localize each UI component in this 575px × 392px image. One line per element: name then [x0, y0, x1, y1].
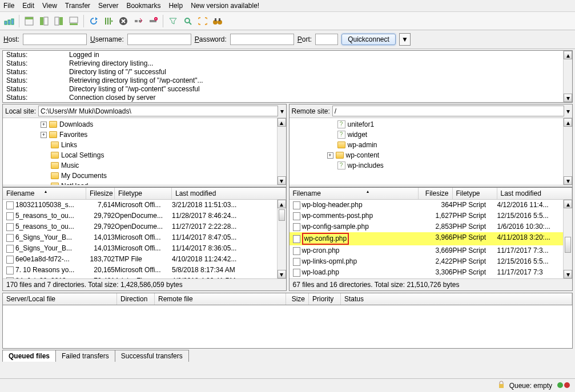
disconnect-icon[interactable] — [131, 14, 145, 28]
remote-tree[interactable]: ?unitefor1?widgetwp-admin+wp-content?wp-… — [289, 118, 573, 185]
username-input[interactable] — [127, 34, 191, 45]
filter-icon[interactable] — [166, 14, 180, 28]
menu-view[interactable]: View — [42, 2, 57, 10]
remote-tree-item[interactable]: ?widget — [292, 130, 570, 140]
tab-queued[interactable]: Queued files — [2, 350, 56, 362]
compare-icon[interactable] — [196, 14, 210, 28]
svg-rect-5 — [40, 17, 43, 25]
file-row[interactable]: 7. 10 Reasons yo...20,165Microsoft Offi.… — [3, 265, 286, 276]
local-path-input[interactable] — [38, 106, 278, 116]
local-list-header[interactable]: Filename▴ Filesize Filetype Last modifie… — [3, 188, 286, 200]
menu-server[interactable]: Server — [98, 2, 118, 10]
message-log[interactable]: Status:Logged inStatus:Retrieving direct… — [2, 50, 573, 103]
log-msg: Directory listing of "/" successful — [69, 68, 166, 76]
file-row[interactable]: 5_reasons_to_ou...29,792OpenDocume...11/… — [3, 211, 286, 221]
transfer-queue[interactable] — [2, 305, 573, 349]
file-row[interactable]: 6_Signs_Your_B...14,013Microsoft Offi...… — [3, 243, 286, 254]
local-panel: Local site: ▾ +Downloads+FavoritesLinksL… — [2, 104, 287, 187]
remote-tree-item[interactable]: ?wp-includes — [292, 160, 570, 171]
file-row[interactable]: 6_Signs_Your_B...14,013Microsoft Offi...… — [3, 232, 286, 243]
file-row[interactable]: wp-comments-post.php1,627PHP Script12/15… — [289, 211, 573, 221]
local-tree[interactable]: +Downloads+FavoritesLinksLocal SettingsM… — [3, 118, 286, 185]
svg-rect-7 — [55, 17, 59, 25]
toggle-log-icon[interactable] — [22, 14, 36, 28]
svg-point-16 — [185, 18, 190, 23]
file-row[interactable]: wp-cron.php3,669PHP Script11/17/2017 7:3… — [289, 245, 573, 256]
menu-file[interactable]: File — [3, 2, 14, 10]
remote-tree-item[interactable]: wp-admin — [292, 140, 570, 150]
port-input[interactable] — [315, 34, 338, 45]
site-manager-icon[interactable] — [2, 14, 16, 28]
toggle-queue-icon[interactable] — [67, 14, 81, 28]
remote-tree-item[interactable]: +wp-content — [292, 150, 570, 160]
folder-icon — [49, 121, 57, 128]
folder-icon — [51, 183, 59, 185]
local-tree-item[interactable]: My Documents — [5, 171, 284, 181]
log-key: Status: — [6, 59, 46, 68]
reconnect-icon[interactable] — [146, 14, 160, 28]
file-icon — [6, 234, 14, 242]
log-key: Status: — [6, 85, 46, 94]
menu-help[interactable]: Help — [168, 2, 183, 10]
search-icon[interactable] — [181, 14, 195, 28]
local-tree-item[interactable]: +Downloads — [5, 119, 284, 130]
remote-tree-item[interactable]: ?unitefor1 — [292, 119, 570, 130]
log-msg: Directory listing of "/wp-content" succe… — [69, 85, 200, 94]
folder-icon — [51, 172, 59, 179]
menu-new-version[interactable]: New version available! — [191, 2, 259, 10]
process-queue-icon[interactable] — [102, 14, 115, 28]
unknown-icon: ? — [337, 161, 345, 169]
file-row[interactable]: 5_reasons_to_ou...29,792OpenDocume...11/… — [3, 221, 286, 232]
col-filename: Filename▴ — [289, 188, 419, 199]
log-key: Status: — [6, 76, 46, 85]
local-tree-scrollbar[interactable]: ▴▾ — [277, 118, 286, 185]
quickconnect-dropdown[interactable]: ▼ — [399, 33, 411, 46]
file-row[interactable]: 6e0e1a8d-fd72-...183,702TMP File4/10/201… — [3, 254, 286, 265]
col-filetype: Filetype — [453, 188, 497, 199]
tab-successful[interactable]: Successful transfers — [115, 350, 189, 362]
toggle-tree-local-icon[interactable] — [37, 14, 51, 28]
log-key: Status: — [6, 94, 46, 102]
log-scrollbar[interactable]: ▴▾ — [563, 51, 572, 102]
host-input[interactable] — [23, 34, 87, 45]
binoculars-icon[interactable] — [211, 14, 224, 28]
quickconnect-button[interactable]: Quickconnect — [341, 34, 396, 45]
file-row[interactable]: wp-load.php3,306PHP Script11/17/2017 7:3 — [289, 267, 573, 278]
local-path-dropdown[interactable]: ▾ — [280, 107, 284, 115]
col-filesize: Filesize — [419, 188, 453, 199]
col-modified: Last modified — [497, 188, 573, 199]
file-row[interactable]: wp-links-opml.php2,422PHP Script12/15/20… — [289, 256, 573, 267]
menu-bookmarks[interactable]: Bookmarks — [126, 2, 160, 10]
remote-tree-scrollbar[interactable]: ▴▾ — [563, 118, 572, 185]
local-site-label: Local site: — [5, 107, 36, 115]
menu-edit[interactable]: Edit — [22, 2, 34, 10]
remote-path-input[interactable] — [332, 106, 564, 116]
tab-failed[interactable]: Failed transfers — [55, 350, 115, 362]
file-icon — [6, 266, 14, 274]
indicator-red — [564, 382, 570, 388]
file-row[interactable]: wp-config-sample.php2,853PHP Script1/6/2… — [289, 221, 573, 232]
menu-transfer[interactable]: Transfer — [65, 2, 90, 10]
file-row[interactable]: wp-blog-header.php364PHP Script4/12/2016… — [289, 200, 573, 211]
refresh-icon[interactable] — [87, 14, 100, 28]
password-input[interactable] — [230, 34, 294, 45]
local-tree-item[interactable]: NetHood — [5, 181, 284, 185]
svg-rect-20 — [219, 18, 220, 21]
local-tree-item[interactable]: +Favorites — [5, 130, 284, 140]
toggle-tree-remote-icon[interactable] — [52, 14, 66, 28]
menubar: File Edit View Transfer Server Bookmarks… — [0, 0, 575, 12]
remote-path-dropdown[interactable]: ▾ — [566, 107, 570, 115]
file-row[interactable]: 180321105038_s...7,614Microsoft Offi...3… — [3, 200, 286, 211]
remote-list-header[interactable]: Filename▴ Filesize Filetype Last modifie… — [289, 188, 573, 200]
remote-list-scrollbar[interactable]: ▴▾ — [563, 200, 572, 278]
log-key: Status: — [6, 51, 46, 59]
file-row[interactable]: wp-config.php3,966PHP Script4/11/2018 3:… — [289, 232, 573, 245]
file-row[interactable]: 84_Jul_30_201370,401Adobe Firewor4/2/201… — [3, 276, 286, 278]
local-list-scrollbar[interactable]: ▴▾ — [277, 200, 286, 278]
local-tree-item[interactable]: Links — [5, 140, 284, 150]
local-tree-item[interactable]: Music — [5, 160, 284, 171]
transfer-queue-header[interactable]: Server/Local file Direction Remote file … — [2, 293, 573, 305]
local-tree-item[interactable]: Local Settings — [5, 150, 284, 160]
folder-icon — [51, 162, 59, 169]
cancel-icon[interactable] — [116, 14, 130, 28]
